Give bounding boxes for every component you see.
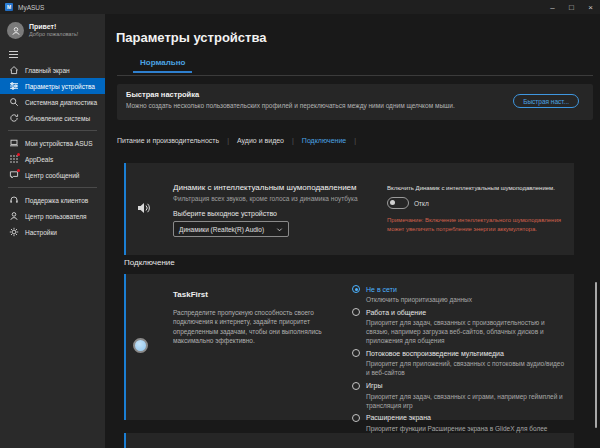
- app-window: M MyASUS – □ × Привет! Добро пожаловать!…: [0, 0, 600, 448]
- tab-audio-video[interactable]: Аудио и видео: [237, 137, 292, 144]
- maximize-icon[interactable]: □: [562, 0, 581, 14]
- vertical-scrollbar[interactable]: [595, 282, 597, 428]
- option-description: Приоритет для приложений, связанных с по…: [366, 359, 568, 377]
- sidebar-item-label: Обновление системы: [25, 115, 90, 122]
- window-controls: – □ ×: [543, 0, 600, 14]
- sidebar-item-message-center[interactable]: Центр сообщений: [0, 167, 105, 183]
- support-icon: [9, 195, 19, 205]
- sidebar-item-settings[interactable]: Настройки: [0, 224, 105, 240]
- sidebar-item-customer-support[interactable]: Поддержка клиентов: [0, 192, 105, 208]
- tab-profile-normal[interactable]: Нормально: [133, 58, 192, 73]
- next-settings-card-partial: [124, 433, 574, 448]
- output-device-select[interactable]: Динамики (Realtek(R) Audio): [173, 221, 289, 237]
- taskfirst-icon: [133, 338, 148, 353]
- sidebar-item-label: Главный экран: [25, 67, 70, 74]
- sidebar-divider: [8, 130, 97, 131]
- user-center-icon: [9, 211, 19, 221]
- radio-icon[interactable]: [352, 285, 360, 293]
- quick-settings-title: Быстрая настройка: [126, 90, 199, 99]
- connection-section-title: Подключение: [124, 258, 175, 267]
- option-description: Приоритет для задач, связанных с произво…: [366, 318, 568, 345]
- sidebar-item-user-center[interactable]: Центр пользователя: [0, 208, 105, 224]
- taskfirst-option-games[interactable]: Игры Приоритет для задач, связанных с иг…: [352, 382, 568, 410]
- avatar: [7, 22, 24, 39]
- window-title: MyASUS: [18, 4, 44, 11]
- option-label: Не в сети: [366, 286, 397, 293]
- sidebar-item-label: Системная диагностика: [25, 99, 97, 106]
- taskfirst-title: TaskFirst: [173, 290, 345, 299]
- tab-separator: |: [354, 137, 364, 144]
- option-label: Игры: [366, 382, 383, 389]
- myasus-logo-icon: M: [5, 3, 13, 11]
- taskfirst-option-offline[interactable]: Не в сети Отключить приоритизацию данных: [352, 285, 568, 304]
- sidebar-item-label: AppDeals: [25, 156, 53, 163]
- minimize-icon[interactable]: –: [543, 0, 562, 14]
- sidebar-divider: [8, 187, 97, 188]
- sidebar-item-label: Мои устройства ASUS: [25, 140, 93, 147]
- close-icon[interactable]: ×: [581, 0, 600, 14]
- quick-settings-button[interactable]: Быстрая наст...: [513, 94, 579, 108]
- devices-icon: [9, 138, 19, 148]
- taskfirst-option-media-streaming[interactable]: Потоковое воспроизведение мультимедиа Пр…: [352, 349, 568, 377]
- page-title: Параметры устройства: [116, 30, 266, 45]
- tab-connection[interactable]: Подключение: [302, 137, 354, 144]
- option-description: Отключить приоритизацию данных: [366, 295, 568, 304]
- noise-cancel-toggle-label: Включить Динамик с интеллектуальным шумо…: [387, 185, 571, 191]
- output-device-label: Выберите выходное устройство: [173, 210, 385, 217]
- speaker-feature-title: Динамик с интеллектуальным шумоподавлени…: [173, 183, 385, 192]
- device-settings-icon: [9, 81, 19, 91]
- sidebar-item-label: Настройки: [25, 229, 57, 236]
- taskfirst-card: TaskFirst Распределите пропускную способ…: [124, 274, 574, 420]
- sidebar-item-device-settings[interactable]: Параметры устройства: [0, 78, 105, 94]
- speaker-feature-subtitle: Фильтрация всех звуков, кроме голоса из …: [173, 195, 385, 202]
- speaker-icon: [136, 200, 152, 216]
- messages-icon: [9, 170, 19, 180]
- system-update-icon: [9, 113, 19, 123]
- settings-tabs: Питание и производительность| Аудио и ви…: [117, 137, 364, 144]
- titlebar: M MyASUS – □ ×: [0, 0, 600, 14]
- home-icon: [9, 65, 19, 75]
- settings-icon: [9, 227, 19, 237]
- taskfirst-options: Не в сети Отключить приоритизацию данных…: [352, 285, 568, 446]
- sidebar-item-home[interactable]: Главный экран: [0, 62, 105, 78]
- smart-speaker-card: Динамик с интеллектуальным шумоподавлени…: [124, 163, 574, 255]
- sidebar-item-system-update[interactable]: Обновление системы: [0, 110, 105, 126]
- option-description: Приоритет для задач, связанных с играми,…: [366, 392, 568, 410]
- tab-separator: |: [292, 137, 302, 144]
- taskfirst-description: Распределите пропускную способность свое…: [173, 308, 345, 346]
- quick-settings-description: Можно создать несколько пользовательских…: [126, 102, 496, 109]
- sidebar: Привет! Добро пожаловать! Главный экран …: [0, 14, 105, 448]
- radio-icon[interactable]: [352, 414, 360, 422]
- battery-warning-note: Примечание: Включение интеллектуального …: [387, 216, 571, 234]
- sidebar-item-label: Центр пользователя: [25, 213, 87, 220]
- sidebar-nav: Главный экран Параметры устройства Систе…: [0, 62, 105, 240]
- radio-icon[interactable]: [352, 349, 360, 357]
- main-content: Параметры устройства Нормально Быстрая н…: [105, 14, 600, 448]
- option-label: Потоковое воспроизведение мультимедиа: [366, 350, 504, 357]
- notification-badge: [17, 153, 20, 156]
- sidebar-item-label: Поддержка клиентов: [25, 197, 88, 204]
- sidebar-item-appdeals[interactable]: AppDeals: [0, 151, 105, 167]
- tab-power-performance[interactable]: Питание и производительность: [117, 137, 227, 144]
- toggle-knob-icon: [390, 200, 395, 205]
- option-label: Работа и общение: [366, 309, 426, 316]
- output-device-value: Динамики (Realtek(R) Audio): [179, 226, 264, 233]
- radio-icon[interactable]: [352, 382, 360, 390]
- user-profile[interactable]: Привет! Добро пожаловать!: [0, 14, 105, 41]
- taskfirst-option-work-communication[interactable]: Работа и общение Приоритет для задач, св…: [352, 308, 568, 345]
- menu-toggle-icon[interactable]: [9, 51, 18, 58]
- chevron-down-icon: [276, 226, 283, 233]
- option-label: Расширение экрана: [366, 414, 431, 421]
- sidebar-item-my-asus-devices[interactable]: Мои устройства ASUS: [0, 135, 105, 151]
- noise-cancel-toggle[interactable]: [387, 197, 409, 209]
- tab-separator: |: [227, 137, 237, 144]
- quick-settings-card: Быстрая настройка Можно создать нескольк…: [117, 84, 593, 120]
- notification-badge: [17, 169, 20, 172]
- sidebar-item-label: Параметры устройства: [25, 83, 95, 90]
- user-welcome: Добро пожаловать!: [29, 31, 78, 38]
- radio-icon[interactable]: [352, 308, 360, 316]
- sidebar-item-system-diagnostics[interactable]: Системная диагностика: [0, 94, 105, 110]
- sidebar-item-label: Центр сообщений: [25, 172, 79, 179]
- appdeals-icon: [9, 154, 19, 164]
- toggle-state-text: Откл: [414, 200, 429, 207]
